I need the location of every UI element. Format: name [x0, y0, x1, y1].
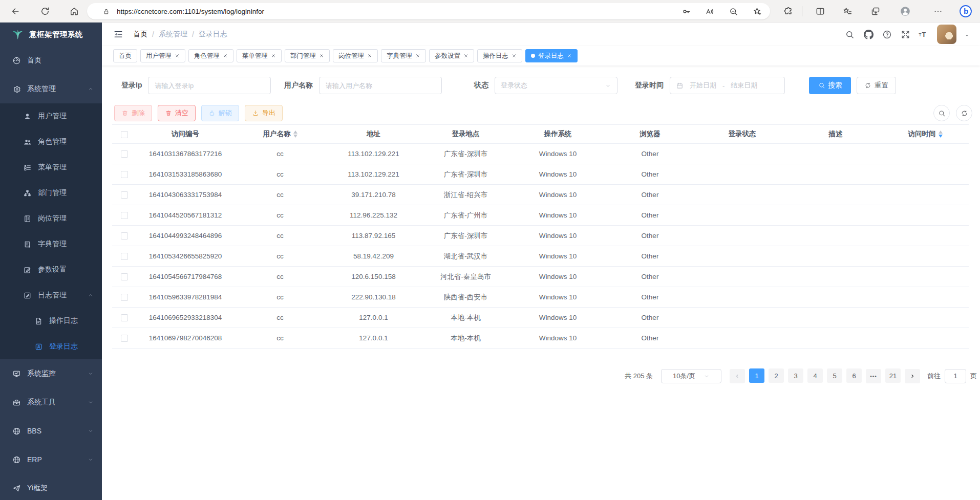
- row-checkbox[interactable]: [121, 171, 128, 178]
- sidebar-item-系统监控[interactable]: 系统监控: [0, 359, 102, 388]
- tab-操作日志[interactable]: 操作日志: [477, 49, 522, 62]
- caret-down-icon[interactable]: [964, 33, 970, 38]
- column-header-user[interactable]: 用户名称: [234, 125, 326, 144]
- close-icon[interactable]: [271, 53, 276, 58]
- close-icon[interactable]: [175, 53, 180, 58]
- sidebar-item-菜单管理[interactable]: 菜单管理: [0, 155, 102, 180]
- row-checkbox[interactable]: [121, 212, 128, 219]
- toggle-search-button[interactable]: [933, 105, 950, 121]
- next-page-button[interactable]: [905, 369, 920, 383]
- profile-icon[interactable]: [899, 5, 911, 17]
- sidebar-item-字典管理[interactable]: 字典管理: [0, 231, 102, 257]
- sidebar-item-Yi框架[interactable]: Yi框架: [0, 474, 102, 500]
- help-icon[interactable]: [882, 30, 892, 39]
- prev-page-button[interactable]: [730, 369, 745, 383]
- pager-ellipsis[interactable]: •••: [866, 369, 881, 383]
- github-icon[interactable]: [864, 30, 874, 39]
- sidebar-item-参数设置[interactable]: 参数设置: [0, 257, 102, 282]
- search-icon[interactable]: [845, 30, 855, 39]
- delete-button[interactable]: 删除: [114, 105, 152, 121]
- row-checkbox[interactable]: [121, 335, 128, 342]
- sidebar-item-部门管理[interactable]: 部门管理: [0, 180, 102, 206]
- collections-icon[interactable]: [870, 6, 881, 16]
- row-checkbox[interactable]: [121, 273, 128, 280]
- goto-page-input[interactable]: [945, 369, 966, 383]
- extensions-icon[interactable]: [783, 6, 794, 16]
- reset-button[interactable]: 重置: [857, 77, 896, 94]
- page-button-1[interactable]: 1: [749, 368, 764, 383]
- sidebar-item-BBS[interactable]: BBS: [0, 417, 102, 445]
- close-icon[interactable]: [463, 53, 468, 58]
- close-icon[interactable]: [512, 53, 517, 58]
- sidebar-item-岗位管理[interactable]: 岗位管理: [0, 206, 102, 231]
- close-icon[interactable]: [415, 53, 420, 58]
- tab-菜单管理[interactable]: 菜单管理: [237, 49, 282, 62]
- sidebar-item-角色管理[interactable]: 角色管理: [0, 129, 102, 155]
- row-checkbox[interactable]: [121, 150, 128, 158]
- unlock-button[interactable]: 解锁: [201, 105, 239, 121]
- read-aloud-icon[interactable]: [705, 7, 715, 16]
- url-text[interactable]: https://ccnetcore.com:1101/system/log/lo…: [117, 8, 264, 15]
- clear-button[interactable]: 清空: [158, 105, 196, 121]
- row-checkbox[interactable]: [121, 253, 128, 260]
- bing-icon[interactable]: b: [958, 4, 973, 18]
- sort-caret[interactable]: [939, 131, 943, 138]
- close-icon[interactable]: [567, 53, 572, 58]
- favorites-icon[interactable]: [842, 6, 853, 16]
- sidebar-item-日志管理[interactable]: 日志管理: [0, 282, 102, 308]
- zoom-out-icon[interactable]: [729, 7, 738, 16]
- sidebar-item-首页[interactable]: 首页: [0, 46, 102, 75]
- date-range-picker[interactable]: 开始日期 - 结束日期: [670, 77, 785, 94]
- fullscreen-icon[interactable]: [901, 30, 910, 39]
- page-button-21[interactable]: 21: [885, 368, 901, 383]
- add-favorite-icon[interactable]: [752, 7, 762, 16]
- close-icon[interactable]: [319, 53, 324, 58]
- tab-用户管理[interactable]: 用户管理: [140, 49, 185, 62]
- page-size-select[interactable]: 10条/页: [661, 369, 721, 383]
- sort-caret[interactable]: [293, 131, 297, 138]
- tab-岗位管理[interactable]: 岗位管理: [333, 49, 378, 62]
- close-icon[interactable]: [367, 53, 372, 58]
- tab-字典管理[interactable]: 字典管理: [381, 49, 426, 62]
- page-button-3[interactable]: 3: [788, 368, 803, 383]
- tab-首页[interactable]: 首页: [113, 49, 137, 62]
- url-bar[interactable]: https://ccnetcore.com:1101/system/log/lo…: [87, 3, 770, 19]
- user-name-input[interactable]: [319, 77, 442, 94]
- back-icon[interactable]: [10, 6, 20, 16]
- breadcrumb-system[interactable]: 系统管理: [159, 30, 187, 39]
- refresh-table-button[interactable]: [956, 105, 972, 121]
- sidebar-item-用户管理[interactable]: 用户管理: [0, 103, 102, 129]
- tab-登录日志[interactable]: 登录日志: [525, 49, 578, 62]
- sidebar-item-登录日志[interactable]: 登录日志: [0, 334, 102, 359]
- row-checkbox[interactable]: [121, 191, 128, 199]
- tab-角色管理[interactable]: 角色管理: [188, 49, 233, 62]
- row-checkbox[interactable]: [121, 314, 128, 321]
- status-select[interactable]: 登录状态: [495, 77, 617, 94]
- sidebar-item-操作日志[interactable]: 操作日志: [0, 308, 102, 334]
- user-avatar[interactable]: [937, 25, 956, 44]
- column-header-time[interactable]: 访问时间: [882, 125, 969, 144]
- close-icon[interactable]: [223, 53, 228, 58]
- page-button-2[interactable]: 2: [769, 368, 784, 383]
- refresh-icon[interactable]: [40, 6, 50, 16]
- export-button[interactable]: 导出: [245, 105, 283, 121]
- password-key-icon[interactable]: [681, 7, 691, 16]
- sidebar-item-系统工具[interactable]: 系统工具: [0, 388, 102, 417]
- text-size-icon[interactable]: TT: [918, 30, 928, 39]
- tab-部门管理[interactable]: 部门管理: [285, 49, 330, 62]
- breadcrumb-home[interactable]: 首页: [133, 30, 147, 39]
- page-button-5[interactable]: 5: [827, 368, 842, 383]
- page-button-6[interactable]: 6: [846, 368, 862, 383]
- search-button[interactable]: 搜索: [809, 77, 851, 94]
- select-all-checkbox[interactable]: [121, 131, 128, 138]
- sidebar-item-系统管理[interactable]: 系统管理: [0, 75, 102, 103]
- row-checkbox[interactable]: [121, 294, 128, 301]
- tab-参数设置[interactable]: 参数设置: [429, 49, 474, 62]
- row-checkbox[interactable]: [121, 232, 128, 240]
- page-button-4[interactable]: 4: [807, 368, 823, 383]
- more-icon[interactable]: [933, 6, 943, 16]
- sidebar-item-ERP[interactable]: ERP: [0, 445, 102, 474]
- split-screen-icon[interactable]: [815, 6, 825, 16]
- login-ip-input[interactable]: [148, 77, 271, 94]
- sidebar-collapse-icon[interactable]: [113, 29, 123, 39]
